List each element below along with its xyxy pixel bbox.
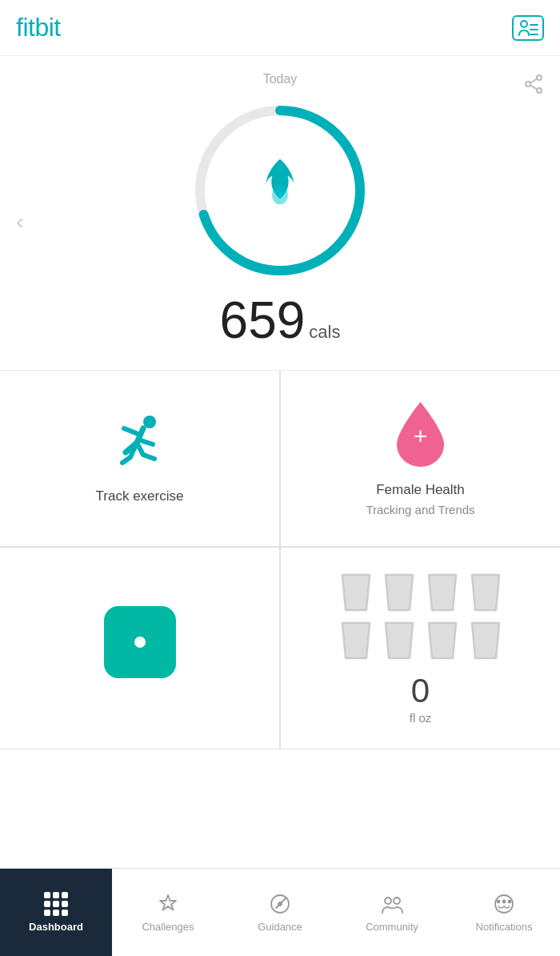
nav-guidance[interactable]: Guidance: [224, 869, 336, 956]
guidance-icon: [268, 892, 292, 916]
water-glass-1: [338, 572, 374, 613]
community-label: Community: [366, 921, 418, 933]
calorie-number: 659: [220, 291, 306, 349]
today-label: Today: [0, 72, 560, 86]
water-glasses-grid: [338, 572, 504, 661]
content-area: Today ‹: [0, 56, 560, 868]
svg-line-7: [530, 79, 537, 83]
track-exercise-tile[interactable]: Track exercise: [0, 371, 280, 547]
svg-point-6: [537, 88, 542, 93]
nav-community[interactable]: Community: [336, 869, 448, 956]
guidance-label: Guidance: [258, 921, 302, 933]
nav-notifications[interactable]: Notifications: [448, 869, 560, 956]
hamburger-icon: [518, 19, 538, 37]
challenges-icon: [156, 892, 180, 916]
scale-icon-area: [104, 606, 176, 678]
svg-point-4: [537, 75, 542, 80]
svg-point-18: [385, 898, 391, 904]
notifications-label: Notifications: [476, 921, 533, 933]
svg-point-5: [526, 82, 530, 86]
bottom-nav: Dashboard Challenges Guidance Community: [0, 868, 560, 956]
plus-icon: +: [414, 424, 428, 448]
challenges-label: Challenges: [142, 921, 194, 933]
scroll-content: Today ‹: [0, 56, 560, 868]
tiles-grid: Track exercise + Female Health Tracking …: [0, 371, 560, 749]
svg-point-22: [503, 901, 506, 903]
water-glass-5: [338, 620, 374, 661]
dashboard-icon: [44, 892, 68, 916]
menu-icon-svg: [518, 19, 538, 37]
community-icon: [380, 892, 404, 916]
female-health-icon-area: +: [390, 400, 450, 468]
water-glass-2: [381, 572, 418, 613]
notifications-icon: [492, 892, 516, 916]
water-glass-8: [467, 620, 504, 661]
scale-tile[interactable]: [0, 547, 280, 749]
calorie-ring[interactable]: [184, 94, 376, 287]
svg-line-8: [530, 86, 537, 90]
scale-dot: [134, 637, 146, 648]
svg-point-21: [498, 901, 500, 903]
svg-point-20: [495, 895, 513, 913]
female-health-tile[interactable]: + Female Health Tracking and Trends: [280, 371, 560, 547]
svg-point-0: [521, 21, 527, 27]
water-tile[interactable]: 0 fl oz: [280, 547, 560, 749]
svg-marker-13: [160, 895, 176, 910]
female-health-sublabel: Tracking and Trends: [366, 503, 474, 516]
water-glass-7: [424, 620, 461, 661]
menu-button[interactable]: [512, 15, 544, 41]
calorie-unit: cals: [309, 322, 340, 342]
share-icon: [523, 74, 544, 94]
share-button[interactable]: [523, 74, 544, 99]
scale-device-icon: [104, 606, 176, 678]
calorie-display: 659 cals: [0, 295, 560, 346]
flame-icon: [254, 155, 306, 227]
exercise-icon-area: [108, 411, 172, 475]
prev-day-button[interactable]: ‹: [16, 211, 23, 233]
svg-point-23: [509, 901, 511, 903]
dashboard-label: Dashboard: [29, 921, 83, 933]
water-amount: 0: [411, 674, 430, 708]
water-glass-4: [467, 572, 504, 613]
runner-icon: [108, 411, 172, 475]
svg-point-11: [272, 186, 288, 205]
female-health-label: Female Health: [376, 481, 465, 499]
svg-point-19: [394, 898, 400, 904]
water-glass-6: [381, 620, 418, 661]
fitbit-logo: fitbit: [16, 13, 61, 42]
water-unit: fl oz: [410, 711, 432, 725]
exercise-label: Track exercise: [96, 488, 184, 505]
water-icon-area: [338, 572, 504, 661]
nav-challenges[interactable]: Challenges: [112, 869, 224, 956]
water-glass-3: [424, 572, 461, 613]
header: fitbit: [0, 0, 560, 56]
svg-point-17: [278, 902, 282, 906]
today-section: Today ‹: [0, 56, 560, 371]
nav-dashboard[interactable]: Dashboard: [0, 869, 112, 956]
drop-icon: +: [390, 400, 450, 468]
